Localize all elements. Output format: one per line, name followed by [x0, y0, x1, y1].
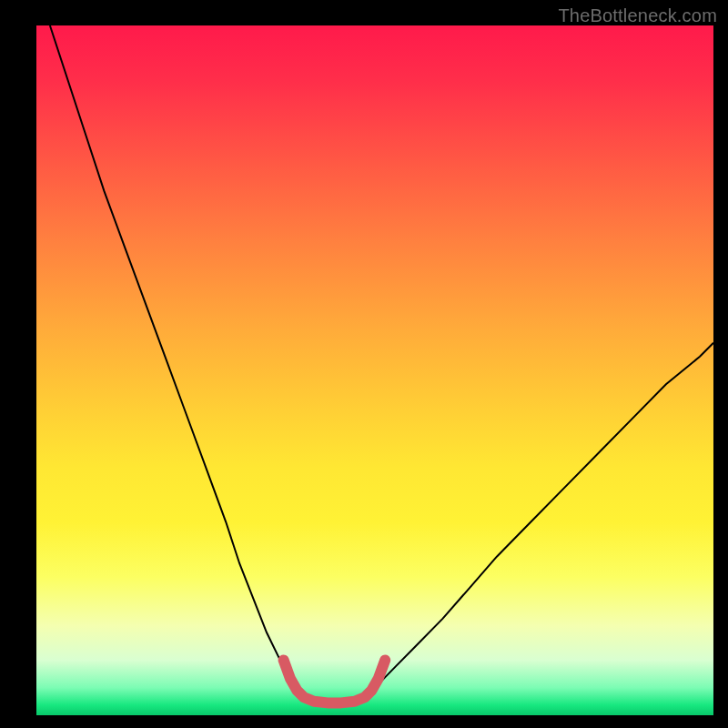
bottleneck-curve-left	[50, 25, 298, 692]
bottleneck-curve-right	[371, 343, 713, 692]
watermark-text: TheBottleneck.com	[558, 5, 717, 26]
chart-frame: TheBottleneck.com	[0, 0, 728, 728]
plot-area	[36, 25, 713, 715]
curve-layer	[36, 25, 713, 715]
sweet-spot-marker	[284, 660, 386, 703]
